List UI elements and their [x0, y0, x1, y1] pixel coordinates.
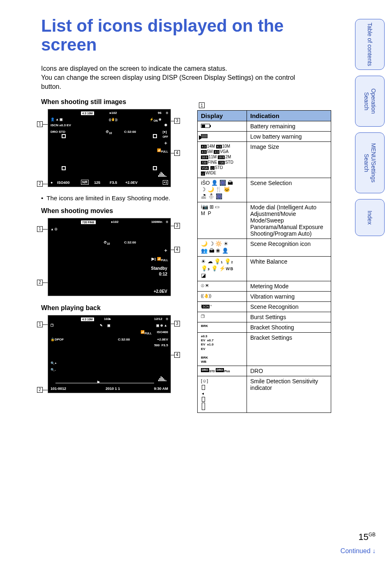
battery-icon-pb	[51, 318, 60, 322]
cell-metering-ind: Metering Mode	[247, 281, 331, 291]
page-number: 15GB	[358, 532, 376, 542]
tab-index[interactable]: Index	[355, 199, 385, 236]
cell-smile: [☺] ◂	[198, 376, 247, 412]
cell-vibration: ((🤚))	[198, 291, 247, 301]
table-row: BRK Bracket Shooting	[198, 322, 331, 332]
callout-3-pb: 3	[174, 321, 180, 327]
retouch-icon: ✎	[100, 324, 103, 327]
nr-indicator: NR	[81, 180, 89, 185]
cell-wb: ☀ ☁ 💡₁ 💡₂💡₃ 💡 ⚡ᴡʙ◪	[198, 257, 247, 281]
histogram-icon	[157, 171, 167, 177]
ev-value-pb: +2.0EV	[157, 338, 168, 341]
table-row: i📷 ⊞ ▭M P Mode dial (Intelligent Auto Ad…	[198, 202, 331, 239]
flash-on: ⚡ON ⊛	[150, 118, 161, 122]
intro-line-1: Icons are displayed on the screen to ind…	[41, 65, 227, 72]
focus-dot: ●	[51, 181, 53, 185]
cell-batt-icon	[198, 121, 247, 132]
cell-lowbatt-icon	[198, 132, 247, 142]
file-date: 2010 1 1	[106, 387, 120, 391]
cell-brkset-ind: Bracket Settings	[247, 332, 331, 366]
tab-menu-settings-search[interactable]: MENU/Settings Search	[355, 132, 385, 193]
playback-icons-row: ▣ ⊛ ▲	[156, 324, 167, 327]
af-cross-mov: ✛	[164, 249, 167, 253]
file-number: 101-0012	[51, 387, 66, 391]
c-code: C:32:00	[124, 130, 136, 134]
protect-dpof: 🔒DPOF	[51, 338, 64, 341]
redeye-icon: ◉	[164, 123, 167, 127]
table-row: ❐ Burst Settings	[198, 312, 331, 322]
table-row: [☺] ◂ Smile Detection Sensitivity indica…	[198, 376, 331, 412]
callout-2-pb: 2	[37, 387, 43, 393]
standby-label: Standby	[151, 266, 167, 271]
rec-time: 100Min	[151, 220, 162, 224]
cell-dro: DROSTD DROPlus	[198, 366, 247, 376]
th-display: Display	[198, 111, 247, 121]
cell-vibration-ind: Vibration warning	[247, 291, 331, 301]
table-row: ±0.3EV ±0.7EV ±1.0EVBRKWB Bracket Settin…	[198, 332, 331, 366]
th-indication: Indication	[247, 111, 331, 121]
cell-burst-ind: Burst Settings	[247, 312, 331, 322]
cell-brk: BRK	[198, 322, 247, 332]
vibration-icon: ((🤚))	[109, 118, 118, 121]
aspect-size: 4:3 10M	[81, 111, 94, 115]
tab-operation-search[interactable]: Operation Search	[355, 76, 385, 127]
folder-icon: ▸102	[110, 111, 117, 115]
cell-scene-sel-ind: Scene Selection	[247, 178, 331, 202]
movie-quality: 720 FINE	[81, 220, 96, 224]
playlist-icon: ▣	[107, 324, 111, 327]
callout-4-pb: 4	[174, 352, 180, 358]
cell-sizes: 4:314M 4:310M 4:35M 4:3VGA 16:911M 16:92…	[198, 142, 247, 178]
zoom-plus-icon: 🔍+	[51, 361, 57, 365]
intro-text: Icons are displayed on the screen to ind…	[41, 64, 312, 91]
table-row: 🌙 ☽ 🔆 ☀👥 🏔 ❀ 👤 Scene Recognition icon	[198, 239, 331, 257]
shutter-speed: 125	[94, 181, 100, 185]
callout-3-mov: 3	[174, 223, 180, 229]
table-row: ☀ ☁ 💡₁ 💡₂💡₃ 💡 ⚡ᴡʙ◪ White Balance	[198, 257, 331, 281]
iso-value: ISO400	[57, 181, 70, 185]
cell-lowbatt-ind: Low battery warning	[247, 132, 331, 142]
battery-icon-mov	[51, 221, 60, 225]
table-row: DROSTD DROPlus DRO	[198, 366, 331, 376]
full-indicator: 📶FULL	[157, 148, 168, 153]
cell-sizes-ind: Image Size	[247, 142, 331, 178]
tab-table-of-contents[interactable]: Table of contents	[355, 19, 385, 70]
full-mov: 📶FULL	[157, 257, 168, 262]
callout-2: 2	[37, 181, 43, 187]
cell-wb-ind: White Balance	[247, 257, 331, 281]
card-icon-mov: ⎅	[166, 220, 168, 224]
plus-one: +1	[163, 180, 168, 185]
cell-modedial-ind: Mode dial (Intelligent Auto Adjustment/M…	[247, 202, 331, 239]
scene-icons-row: 👤 ▲ ▣	[51, 118, 63, 121]
play-indicator: ▶	[97, 380, 100, 384]
table-row: Battery remaining	[198, 121, 331, 132]
table-row: iSCN⁺ Scene Recognition	[198, 301, 331, 312]
table-row: ⦾ ▣ Metering Mode	[198, 281, 331, 291]
callout-4-mov: 4	[174, 247, 180, 253]
cell-iscn-ind: Scene Recognition	[247, 301, 331, 312]
cell-dro-ind: DRO	[247, 366, 331, 376]
aspect-size-pb: 4:3 10M	[81, 317, 94, 321]
icon-table-section: 1 Display Indication Battery remaining L…	[197, 101, 331, 413]
cell-burst: ❐	[198, 312, 247, 322]
side-tabs: Table of contents Operation Search MENU/…	[355, 19, 385, 242]
f-number: F3.5	[110, 181, 117, 185]
icon-table: Display Indication Battery remaining Low…	[197, 110, 331, 413]
af-off: [●]OFF	[163, 130, 168, 138]
cell-modedial: i📷 ⊞ ▭M P	[198, 202, 247, 239]
icons-row-mov: ▲ ⦾	[51, 227, 57, 232]
file-time: 9:30 AM	[154, 387, 168, 391]
cell-brkset: ±0.3EV ±0.7EV ±1.0EVBRKWB	[198, 332, 247, 366]
img-count: 12/12	[154, 317, 162, 321]
shutter-f-pb: 500 F3.5	[154, 343, 168, 347]
callout-1: 1	[37, 121, 43, 127]
c-code-pb: C:32:00	[118, 338, 130, 341]
intro-line-2: You can change the screen display using …	[41, 74, 295, 90]
cell-scene-sel: iŜO 👤 🎆 🏔☽ 🌙 🍴 🐱🏖 ⛄ 🎆	[198, 178, 247, 202]
c-code-mov: C:32:00	[124, 241, 136, 244]
af-cross-icon: ✛	[164, 141, 167, 145]
page-title: List of icons displayed on the screen	[41, 16, 312, 54]
table-row: Low battery warning	[198, 132, 331, 142]
cell-scenerec-ind: Scene Recognition icon	[247, 239, 331, 257]
continued-indicator: Continued ↓	[341, 547, 376, 555]
cell-brk-ind: Bracket Shooting	[247, 322, 331, 332]
